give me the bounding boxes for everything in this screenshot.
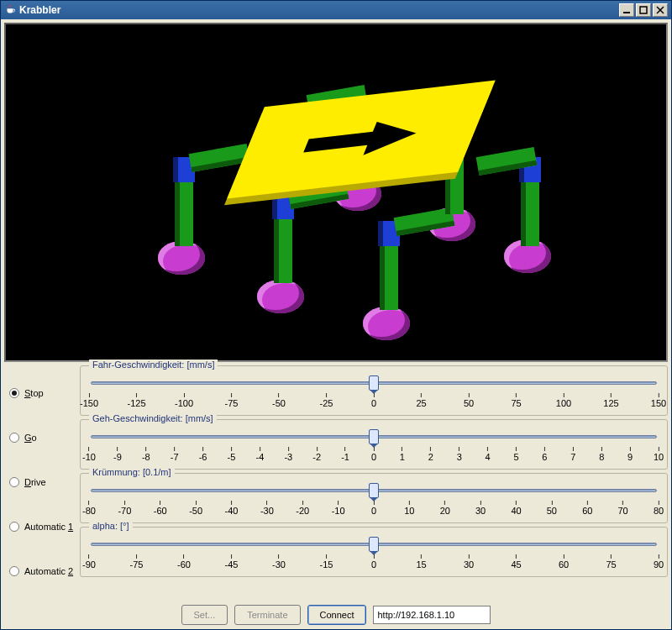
slider-kruem-thumb[interactable] [369, 483, 379, 498]
tick-label: -4 [256, 447, 265, 462]
tick-label: -30 [272, 554, 286, 570]
tick-label: -60 [177, 554, 191, 570]
slider-alpha-legend: alpha: [°] [89, 521, 133, 531]
tick-label: 45 [511, 554, 521, 570]
tick-label: 0 [371, 447, 376, 462]
tick-label: 8 [599, 447, 604, 462]
tick-label: 60 [582, 501, 592, 516]
mode-go[interactable]: Go [4, 417, 80, 458]
tick-label: 9 [627, 447, 633, 462]
tick-label: -150 [80, 393, 98, 408]
slider-fahr-thumb[interactable] [369, 375, 379, 391]
slider-geh-ticks: -10-9-8-7-6-5-4-3-2-1012345678910 [89, 447, 659, 465]
slider-alpha-track[interactable] [91, 538, 657, 551]
tick-label: 80 [654, 501, 664, 516]
tick-label: -60 [154, 501, 167, 516]
slider-fahr-legend: Fahr-Geschwindigkeit: [mm/s] [89, 360, 218, 370]
mode-drive[interactable]: Drive [4, 462, 80, 502]
tick-label: 30 [464, 554, 474, 570]
tick-label: 5 [513, 447, 518, 462]
maximize-button[interactable] [636, 3, 651, 17]
slider-kruem-ticks: -80-70-60-50-40-30-20-100102030405060708… [89, 501, 659, 519]
tick-label: -50 [272, 393, 286, 408]
tick-label: 100 [556, 393, 571, 408]
tick-label: 10 [404, 501, 414, 516]
slider-kruem-track[interactable] [91, 484, 657, 497]
slider-kruem-group: Krümmung: [0.1/m] -80-70-60-50-40-30-20-… [80, 473, 668, 523]
tick-label: 90 [654, 554, 664, 570]
tick-label: -100 [175, 393, 193, 408]
mode-automatic-2[interactable]: Automatic 2 [4, 551, 80, 591]
tick-label: 50 [547, 501, 557, 516]
minimize-button[interactable] [619, 3, 634, 17]
slider-geh-thumb[interactable] [369, 429, 379, 444]
tick-label: -70 [118, 501, 131, 516]
java-cup-icon [4, 4, 16, 16]
tick-label: -2 [312, 447, 321, 462]
robot-3d-viewport[interactable] [4, 23, 668, 362]
window-buttons [619, 3, 668, 17]
set-button[interactable]: Set... [181, 605, 228, 625]
radio-dot [9, 477, 19, 487]
tick-label: -3 [284, 447, 292, 462]
connect-button[interactable]: Connect [307, 605, 367, 625]
robot-model [143, 73, 529, 325]
url-input[interactable] [373, 606, 491, 624]
tick-label: 30 [475, 501, 486, 516]
tick-label: -1 [341, 447, 349, 462]
tick-label: 75 [606, 554, 616, 570]
tick-label: -90 [82, 554, 96, 570]
tick-label: -15 [320, 554, 333, 570]
app-window: Krabbler [0, 0, 672, 630]
slider-geh-track[interactable] [91, 430, 657, 444]
tick-label: 50 [464, 393, 474, 408]
tick-label: 0 [371, 501, 376, 516]
close-button[interactable] [653, 3, 668, 17]
slider-fahr-group: Fahr-Geschwindigkeit: [mm/s] -150-125-10… [80, 365, 668, 416]
tick-label: 60 [559, 554, 569, 570]
slider-kruem-legend: Krümmung: [0.1/m] [89, 467, 175, 477]
slider-alpha-thumb[interactable] [369, 537, 379, 552]
mode-stop-label: Stop [24, 388, 44, 398]
tick-label: -125 [127, 393, 145, 408]
tick-label: -10 [332, 501, 345, 516]
tick-label: 40 [511, 501, 521, 516]
tick-label: -9 [113, 447, 122, 462]
client-area: Stop Go Drive Automatic 1 Automatic 2 [1, 19, 671, 629]
forward-arrow-icon [291, 113, 432, 167]
mode-automatic-1[interactable]: Automatic 1 [4, 507, 80, 547]
radio-dot [9, 388, 19, 398]
tick-label: 150 [651, 393, 666, 408]
tick-label: -80 [82, 501, 96, 516]
mode-radio-group: Stop Go Drive Automatic 1 Automatic 2 [4, 364, 80, 601]
tick-label: 0 [371, 393, 376, 408]
tick-label: 6 [542, 447, 547, 462]
radio-dot [9, 566, 19, 576]
mode-auto2-label: Automatic 2 [24, 566, 73, 576]
tick-label: 3 [457, 447, 462, 462]
tick-label: -75 [225, 393, 239, 408]
slider-alpha-ticks: -90-75-60-45-30-150153045607590 [89, 554, 659, 573]
svg-rect-1 [640, 7, 647, 13]
window-title: Krabbler [19, 4, 619, 16]
tick-label: -50 [189, 501, 202, 516]
titlebar[interactable]: Krabbler [1, 1, 671, 19]
slider-geh-legend: Geh-Geschwindigkeit: [mm/s] [89, 413, 217, 423]
slider-alpha-group: alpha: [°] -90-75-60-45-30-1501530456075… [80, 527, 668, 577]
svg-rect-0 [623, 12, 630, 13]
terminate-button[interactable]: Terminate [234, 605, 300, 625]
tick-label: 70 [618, 501, 628, 516]
tick-label: 0 [371, 554, 376, 570]
radio-dot [9, 522, 19, 532]
tick-label: 20 [440, 501, 450, 516]
slider-fahr-track[interactable] [91, 376, 657, 390]
tick-label: 75 [511, 393, 521, 408]
tick-label: 10 [654, 447, 664, 462]
tick-label: 25 [416, 393, 426, 408]
mode-stop[interactable]: Stop [4, 373, 80, 413]
tick-label: -7 [171, 447, 179, 462]
sliders: Fahr-Geschwindigkeit: [mm/s] -150-125-10… [80, 364, 668, 601]
tick-label: 15 [416, 554, 426, 570]
tick-label: -6 [199, 447, 207, 462]
slider-geh-group: Geh-Geschwindigkeit: [mm/s] -10-9-8-7-6-… [80, 419, 668, 470]
